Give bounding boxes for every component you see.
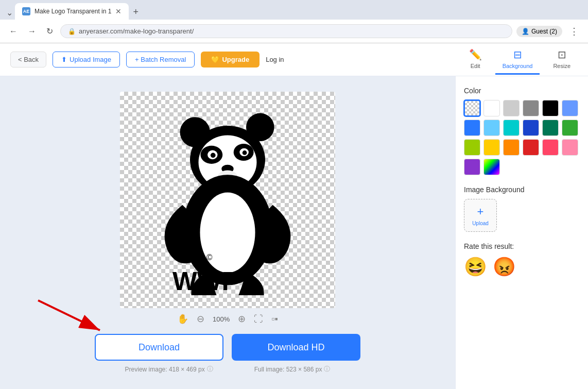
hand-tool-icon[interactable]: ✋ [177, 313, 188, 325]
profile-icon: 👤 [522, 28, 529, 35]
upgrade-button[interactable]: 💛 Upgrade [201, 52, 260, 67]
color-swatch-yellow-green[interactable] [464, 139, 480, 156]
reload-button[interactable]: ↻ [43, 24, 56, 38]
login-button[interactable]: Log in [266, 56, 284, 63]
fullscreen-icon[interactable]: ⛶ [254, 314, 263, 325]
color-swatch-teal[interactable] [542, 120, 559, 136]
resize-tool-button[interactable]: ⊡ Resize [546, 44, 578, 75]
profile-button[interactable]: 👤 Guest (2) [516, 26, 562, 37]
image-background-section: Image Background + Upload [464, 185, 580, 232]
image-container: WWF © ® [120, 92, 335, 308]
upload-image-button[interactable]: ⬆ Upload Image [53, 52, 120, 67]
color-swatch-gray[interactable] [523, 100, 539, 116]
color-swatch-red[interactable] [523, 139, 539, 156]
color-label: Color [464, 87, 580, 95]
happy-emoji-button[interactable]: 😆 [464, 256, 487, 278]
canvas-area: WWF © ® ✋ ⊖ 100% ⊕ ⛶ ▫▪ [0, 76, 455, 389]
main-layout: WWF © ® ✋ ⊖ 100% ⊕ ⛶ ▫▪ [0, 76, 588, 389]
canvas-wrapper: WWF © ® ✋ ⊖ 100% ⊕ ⛶ ▫▪ [95, 92, 360, 374]
color-swatch-sky-blue[interactable] [483, 120, 500, 136]
background-tool-button[interactable]: ⊟ Background [495, 44, 540, 75]
annotation-container: WWF © ® [120, 92, 335, 308]
resize-label: Resize [553, 63, 570, 69]
image-info: Preview image: 418 × 469 px ⓘ Full image… [125, 365, 331, 374]
edit-label: Edit [471, 63, 480, 69]
forward-nav-button[interactable]: → [25, 25, 39, 38]
svg-line-18 [38, 300, 100, 330]
new-tab-button[interactable]: + [129, 5, 143, 20]
full-info-icon: ⓘ [324, 365, 330, 374]
upload-background-button[interactable]: + Upload [464, 199, 497, 232]
color-section: Color [464, 87, 580, 175]
color-swatch-purple[interactable] [464, 159, 480, 175]
browser-tab-bar: ⌄ AE Make Logo Transparent in 1 ✕ + [0, 0, 588, 20]
color-swatch-blue[interactable] [464, 120, 480, 136]
color-swatch-pink-red[interactable] [542, 139, 559, 156]
tab-favicon: AE [22, 7, 30, 15]
svg-point-8 [211, 153, 216, 158]
upload-plus-icon: + [477, 205, 484, 218]
svg-text:WWF: WWF [172, 266, 237, 295]
tab-close-button[interactable]: ✕ [115, 7, 122, 15]
download-with-arrow: Download [95, 334, 223, 361]
color-swatch-green[interactable] [562, 120, 578, 136]
red-arrow-svg [33, 295, 115, 336]
upload-bg-label: Upload [472, 221, 489, 226]
profile-label: Guest (2) [531, 28, 557, 35]
color-swatch-blue-light[interactable] [562, 100, 578, 116]
browser-nav-bar: ← → ↻ 🔒 anyeraser.com/make-logo-transpar… [0, 20, 588, 43]
image-bg-label: Image Background [464, 185, 580, 194]
preview-size-text: Preview image: 418 × 469 px [125, 366, 205, 373]
browser-menu-button[interactable]: ⋮ [566, 24, 582, 39]
heart-icon: 💛 [211, 56, 219, 63]
back-nav-button[interactable]: ← [6, 25, 21, 38]
color-swatch-light-gray[interactable] [503, 100, 520, 116]
download-hd-button[interactable]: Download HD [232, 334, 360, 361]
color-swatch-orange[interactable] [503, 139, 520, 156]
back-button[interactable]: < Back [10, 52, 46, 67]
download-section: Download Download HD [95, 334, 360, 361]
preview-size-info: Preview image: 418 × 469 px ⓘ [125, 365, 213, 374]
emoji-row: 😆 😡 [464, 256, 580, 278]
zoom-level: 100% [213, 315, 230, 323]
color-swatch-dark-blue[interactable] [523, 120, 539, 136]
address-text: anyeraser.com/make-logo-transparent/ [79, 27, 505, 35]
color-swatch-black[interactable] [542, 100, 559, 116]
color-swatch-yellow[interactable] [483, 139, 500, 156]
edit-tool-button[interactable]: ✏️ Edit [462, 44, 489, 75]
angry-emoji-button[interactable]: 😡 [493, 256, 515, 278]
download-button[interactable]: Download [95, 334, 223, 361]
zoom-in-icon[interactable]: ⊕ [238, 313, 246, 325]
browser-tab[interactable]: AE Make Logo Transparent in 1 ✕ [15, 3, 129, 20]
color-swatch-white[interactable] [483, 100, 500, 116]
tab-title: Make Logo Transparent in 1 [34, 8, 111, 15]
svg-text:©: © [206, 253, 213, 262]
color-swatch-pink[interactable] [562, 139, 578, 156]
split-view-icon[interactable]: ▫▪ [271, 314, 278, 325]
browser-chrome: ⌄ AE Make Logo Transparent in 1 ✕ + ← → … [0, 0, 588, 43]
upgrade-label: Upgrade [222, 56, 249, 63]
zoom-out-icon[interactable]: ⊖ [197, 313, 204, 325]
address-bar[interactable]: 🔒 anyeraser.com/make-logo-transparent/ [60, 24, 512, 38]
color-swatch-cyan[interactable] [503, 120, 520, 136]
edit-icon: ✏️ [469, 48, 482, 61]
resize-icon: ⊡ [558, 48, 566, 61]
upload-label: Upload Image [70, 56, 111, 63]
right-panel: Color [455, 76, 588, 389]
lock-icon: 🔒 [68, 28, 76, 35]
svg-text:®: ® [274, 247, 279, 253]
color-grid [464, 100, 580, 175]
upload-icon: ⬆ [61, 56, 67, 63]
full-size-text: Full image: 523 × 586 px [254, 366, 322, 373]
image-toolbar: ✋ ⊖ 100% ⊕ ⛶ ▫▪ [177, 313, 278, 325]
background-label: Background [503, 63, 533, 69]
color-swatch-gradient[interactable] [483, 159, 500, 175]
app-header: < Back ⬆ Upload Image + Batch Removal 💛 … [0, 43, 588, 76]
color-swatch-transparent[interactable] [464, 100, 480, 116]
preview-info-icon: ⓘ [207, 365, 213, 374]
batch-removal-button[interactable]: + Batch Removal [126, 52, 195, 67]
tab-list-button[interactable]: ⌄ [4, 6, 15, 20]
rate-section: Rate this result: 😆 😡 [464, 242, 580, 278]
background-icon: ⊟ [513, 48, 522, 61]
full-size-info: Full image: 523 × 586 px ⓘ [254, 365, 331, 374]
